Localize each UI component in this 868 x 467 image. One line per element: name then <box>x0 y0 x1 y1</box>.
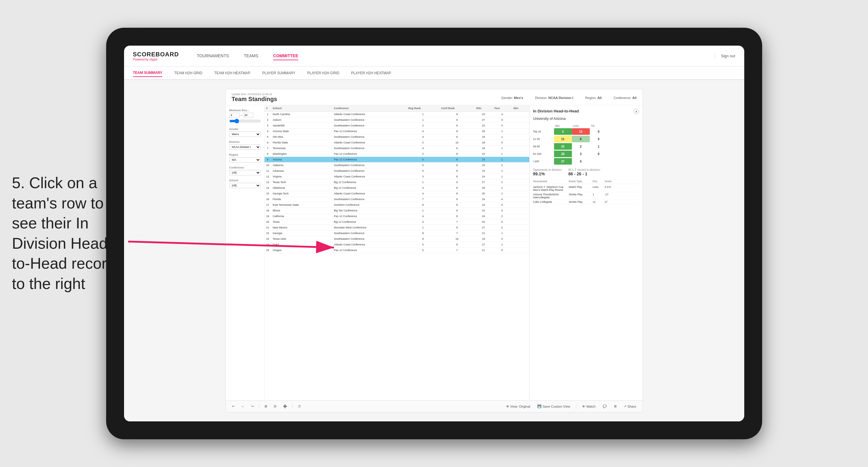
table-row[interactable]: 18 Illinois Big Ten Conference 1 9 23 3 <box>265 208 529 214</box>
table-row[interactable]: 4 Arizona State Pac-12 Conference 4 9 26… <box>265 128 529 134</box>
cell-conf-rank: 8 <box>439 174 475 180</box>
watch-button[interactable]: 👁 Watch <box>580 404 597 409</box>
region-filter: Region N/A <box>229 153 260 162</box>
tab-team-h2h-heatmap[interactable]: TEAM H2H HEATMAP <box>214 69 250 76</box>
tab-player-h2h-grid[interactable]: PLAYER H2H GRID <box>307 69 339 76</box>
cell-win <box>512 146 529 151</box>
max-rounds-input[interactable] <box>243 113 253 118</box>
table-row[interactable]: 20 Texas Big 12 Conference 3 7 20 0 <box>265 219 529 225</box>
tab-team-summary[interactable]: TEAM SUMMARY <box>133 69 162 77</box>
tab-player-h2h-heatmap[interactable]: PLAYER H2H HEATMAP <box>351 69 391 76</box>
school-select[interactable]: (All) <box>229 183 260 188</box>
cell-school: Duke <box>271 242 332 248</box>
cell-rank: 6 <box>265 140 271 146</box>
tab-player-summary[interactable]: PLAYER SUMMARY <box>262 69 296 76</box>
cell-tour: 0 <box>492 219 512 225</box>
cell-tour: 1 <box>492 230 512 236</box>
cell-tour: 4 <box>492 112 512 117</box>
h2h-tourn-row-0: Jackson T. Stephens Cup Men's Match-Play… <box>533 185 639 192</box>
sign-out-button[interactable]: Sign out <box>715 54 735 58</box>
logo: SCOREBOARD Powered by clippd <box>133 51 179 61</box>
table-row[interactable]: 8 Washington Pac-12 Conference 2 8 23 1 <box>265 151 529 157</box>
cell-tour: 1 <box>492 151 512 157</box>
table-row[interactable]: 11 Arkansas Southeastern Conference 6 8 … <box>265 168 529 174</box>
cell-reg-rank: 2 <box>406 151 439 157</box>
table-row[interactable]: 1 North Carolina Atlantic Coast Conferen… <box>265 112 529 117</box>
nav-tournaments[interactable]: TOURNAMENTS <box>197 52 229 60</box>
comment-button[interactable]: 💬 <box>601 403 609 409</box>
cell-school: North Carolina <box>271 112 332 117</box>
h2h-100plus-loss: 0 <box>572 158 590 165</box>
redo-button[interactable]: ↪ <box>249 403 255 409</box>
table-row[interactable]: 14 Oklahoma Big 12 Conference 3 8 26 2 <box>265 185 529 191</box>
table-row[interactable]: 3 Vanderbilt Southeastern Conference 2 8… <box>265 123 529 128</box>
h2h-close-button[interactable]: ✕ <box>633 109 639 114</box>
nav-teams[interactable]: TEAMS <box>244 52 258 60</box>
table-row[interactable]: 9 Arizona Pac-12 Conference 5 8 23 2 <box>265 157 529 162</box>
table-row[interactable]: 25 Oregon Pac-12 Conference 5 7 21 0 <box>265 248 529 253</box>
cell-rds: 30 <box>474 191 492 196</box>
grid-button[interactable]: ⊞ <box>612 403 618 409</box>
table-row[interactable]: 21 New Mexico Mountain West Conference 1… <box>265 225 529 230</box>
h2h-title: In Division Head-to-Head <box>533 109 579 113</box>
nav-committee[interactable]: COMMITTEE <box>273 52 298 60</box>
table-row[interactable]: 16 Florida Southeastern Conference 7 9 2… <box>265 196 529 202</box>
table-row[interactable]: 13 Texas Tech Big 12 Conference 1 9 27 2 <box>265 180 529 185</box>
min-rounds-input[interactable] <box>229 113 240 118</box>
toolbar: ↩ ↔ ↪ | ⊞ ⊟ ➕ | ⏱ 👁 View: Original <box>226 400 643 412</box>
tab-team-h2h-grid[interactable]: TEAM H2H GRID <box>174 69 202 76</box>
cell-tour: 0 <box>492 236 512 242</box>
redo-prev-button[interactable]: ↔ <box>240 404 246 409</box>
table-row[interactable]: 19 California Pac-12 Conference 4 8 24 2 <box>265 214 529 219</box>
table-row[interactable]: 2 Auburn Southeastern Conference 1 9 27 … <box>265 117 529 123</box>
table-row[interactable]: 15 Georgia Tech Atlantic Coast Conferenc… <box>265 191 529 196</box>
cell-rds: 27 <box>474 180 492 185</box>
share-button[interactable]: ↗ Share <box>622 403 638 409</box>
cell-conference: Southeastern Conference <box>332 134 407 140</box>
table-row[interactable]: 12 Virginia Atlantic Coast Conference 3 … <box>265 174 529 180</box>
h2h-tourn-row-1: Arizona Thunderbirds Intercollegiate Str… <box>533 192 639 200</box>
add-button[interactable]: ➕ <box>281 403 289 409</box>
clock-button[interactable]: ⏱ <box>296 404 303 409</box>
update-time: Update time: 27/03/2024 16:56:26 <box>232 93 277 96</box>
cell-reg-rank: 2 <box>406 140 439 146</box>
filter-sidebar: Minimum Rou... - Gender Men's <box>226 105 265 400</box>
h2h-1125-win: 11 <box>554 136 572 142</box>
view-original-button[interactable]: 👁 View: Original <box>504 404 532 409</box>
cell-win <box>512 174 529 180</box>
region-filter-label: Region <box>229 153 260 156</box>
table-row[interactable]: 24 Duke Atlantic Coast Conference 5 9 27… <box>265 242 529 248</box>
conference-select[interactable]: (All) <box>229 170 260 175</box>
logo-subtitle: Powered by clippd <box>133 58 179 61</box>
cell-conference: Atlantic Coast Conference <box>332 242 407 248</box>
table-row[interactable]: 23 Texas A&M Southeastern Conference 9 1… <box>265 236 529 242</box>
table-row[interactable]: 22 Georgia Southeastern Conference 8 7 2… <box>265 230 529 236</box>
cell-conference: Atlantic Coast Conference <box>332 191 407 196</box>
cell-win <box>512 168 529 174</box>
table-row[interactable]: 10 Alabama Southeastern Conference 5 8 2… <box>265 162 529 168</box>
table-row[interactable]: 6 Florida State Atlantic Coast Conferenc… <box>265 140 529 146</box>
cell-win <box>512 236 529 242</box>
cell-rds: 24 <box>474 214 492 219</box>
cell-rds: 23 <box>474 123 492 128</box>
division-select[interactable]: NCAA Division I <box>229 144 260 150</box>
cell-win <box>512 157 529 162</box>
cell-conference: Pac-12 Conference <box>332 151 407 157</box>
gender-select[interactable]: Men's <box>229 131 260 137</box>
rounds-slider[interactable] <box>229 119 260 123</box>
division-filter-label: Division <box>229 141 260 144</box>
table-row[interactable]: 17 East Tennessee State Southern Confere… <box>265 202 529 208</box>
copy-button[interactable]: ⊞ <box>263 403 269 409</box>
h2h-tourn-row-2: Cabo Collegiate Stroke Play 11 17 <box>533 200 639 204</box>
table-row[interactable]: 5 Ole Miss Southeastern Conference 3 6 1… <box>265 134 529 140</box>
save-custom-button[interactable]: 💾 Save Custom View <box>535 403 572 409</box>
eye-icon: 👁 <box>506 405 509 408</box>
cell-rank: 3 <box>265 123 271 128</box>
region-select[interactable]: N/A <box>229 157 260 162</box>
h2h-tournaments-header: Tournament Event Type Pos Score <box>533 180 639 184</box>
cell-tour: 2 <box>492 185 512 191</box>
paste-button[interactable]: ⊟ <box>272 403 278 409</box>
watch-icon: 👁 <box>582 405 585 408</box>
undo-button[interactable]: ↩ <box>230 403 237 409</box>
table-row[interactable]: 7 Tennessee Southeastern Conference 4 6 … <box>265 146 529 151</box>
